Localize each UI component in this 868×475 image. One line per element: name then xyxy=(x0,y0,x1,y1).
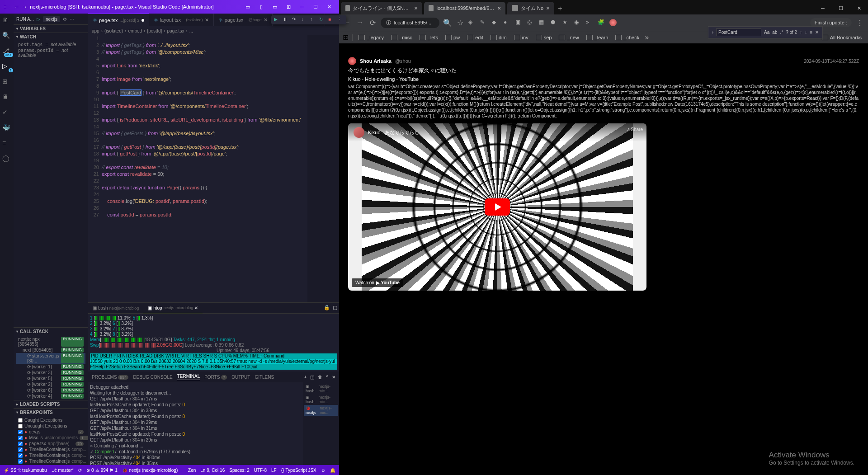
tab-close-icon[interactable]: ✕ xyxy=(497,6,501,11)
finish-update-button[interactable]: Finish update : xyxy=(810,18,852,27)
callstack-row[interactable]: ⟳ [worker 3]RUNNING xyxy=(16,370,85,376)
bp-checkbox[interactable] xyxy=(18,430,23,434)
breakpoints-section[interactable]: BREAKPOINTS xyxy=(14,409,88,416)
panel-tab[interactable]: PROBLEMS 994 xyxy=(92,375,128,380)
breadcrumb[interactable]: app › (isolated) › embed › [postId] › pa… xyxy=(88,26,339,35)
tab-close-icon[interactable]: ✕ xyxy=(414,6,418,11)
scm-icon[interactable]: ⎇3K+ xyxy=(2,47,11,56)
term-new-icon[interactable]: + xyxy=(304,375,307,380)
ext-icon-4[interactable]: ● xyxy=(504,19,511,26)
play-button[interactable] xyxy=(485,198,510,216)
terminal-list-item[interactable]: ▣ bash nextjs-mic... xyxy=(304,383,338,394)
panel-icon[interactable]: ▯ xyxy=(255,2,268,11)
profile-avatar[interactable] xyxy=(609,19,617,26)
extensions-icon[interactable]: ⊞ xyxy=(2,78,11,87)
breadcrumb-item[interactable]: [postId] xyxy=(147,28,162,33)
breakpoint-builtin[interactable]: Caught Exceptions xyxy=(16,417,85,423)
zen-mode[interactable]: Zen xyxy=(188,468,196,473)
docker-icon[interactable]: 🐳 xyxy=(2,124,11,133)
channel-avatar[interactable] xyxy=(354,127,364,138)
nav-fwd-icon[interactable]: → xyxy=(22,4,27,9)
breadcrumb-item[interactable]: page.tsx xyxy=(167,28,184,33)
bookmark-folder[interactable]: _misc xyxy=(388,34,415,41)
bp-checkbox[interactable] xyxy=(18,459,23,464)
callstack-row[interactable]: ⟳ [worker 6]RUNNING xyxy=(16,387,85,393)
debug-toolbar[interactable]: ▶ ⏸ ↷ ↓ ↑ ↻ ■ ⋮ xyxy=(271,15,346,24)
bp-checkbox[interactable] xyxy=(18,453,23,458)
db-icon[interactable]: ≡ xyxy=(2,139,11,148)
bell-icon[interactable]: 🔔 xyxy=(330,468,335,473)
bp-checkbox[interactable] xyxy=(18,436,23,440)
breadcrumb-item[interactable]: embed xyxy=(128,28,142,33)
author-name[interactable]: Shou Arisaka xyxy=(360,58,392,64)
bookmarks-overflow-icon[interactable]: » xyxy=(645,33,649,42)
bookmark-folder[interactable]: _legacy xyxy=(356,34,387,41)
term-split-icon[interactable]: ◫ xyxy=(310,375,314,380)
terminal-tab[interactable]: ▣htop nextjs-microblog ✕ xyxy=(143,303,203,313)
term-max-icon[interactable]: ^ xyxy=(326,375,328,380)
debug-stop-icon[interactable]: ■ xyxy=(328,17,335,23)
debug-more-icon[interactable]: ⋮ xyxy=(337,17,344,23)
debug-config-select[interactable]: nextjs xyxy=(43,16,60,22)
bp-checkbox[interactable] xyxy=(18,442,23,446)
breakpoint-row[interactable]: ●page.tsx app/(base)70 xyxy=(16,441,85,447)
close-button[interactable]: ✕ xyxy=(323,2,335,11)
bookmark-folder[interactable]: edit xyxy=(464,34,486,41)
breakpoint-builtin[interactable]: Uncaught Exceptions xyxy=(16,423,85,429)
youtube-embed[interactable]: Kikuo - あなぐらぐらし ↗ Share Watch on ▶ YouTu… xyxy=(348,123,646,291)
debug-continue-icon[interactable]: ▶ xyxy=(274,17,280,23)
bookmark-folder[interactable]: _new xyxy=(556,34,581,41)
eol[interactable]: LF xyxy=(271,468,277,473)
layout2-icon[interactable]: ▭ xyxy=(269,2,281,11)
site-info-icon[interactable]: ⓘ xyxy=(386,19,391,26)
terminal-output[interactable]: Debugger attached.Waiting for the debugg… xyxy=(88,382,303,465)
panel-tab[interactable]: TERMINAL xyxy=(177,374,200,380)
browser-tab[interactable]: localhost:5995/embed/66e450...✕ xyxy=(424,2,505,14)
debug-stepout-icon[interactable]: ↑ xyxy=(310,17,316,23)
bookmark-folder[interactable]: _learn xyxy=(584,34,611,41)
breakpoint-row[interactable]: ●TimelineContainer.js comp...137 xyxy=(16,452,85,458)
minimize-button[interactable]: ─ xyxy=(296,2,308,11)
remote-icon[interactable]: 🖥 xyxy=(2,93,11,102)
ext-icon-5[interactable]: ▣ xyxy=(515,19,523,26)
share-icon[interactable]: ↗ Share xyxy=(626,127,643,132)
language-mode[interactable]: {} TypeScript JSX xyxy=(281,468,316,473)
callstack-section[interactable]: CALL STACK xyxy=(14,328,88,335)
author-avatar[interactable] xyxy=(348,57,356,65)
callstack-row[interactable]: ⟳ [worker 4]RUNNING xyxy=(16,393,85,399)
callstack-row[interactable]: ⟳ [worker 5]RUNNING xyxy=(16,376,85,381)
debug-icon[interactable]: ▷1 xyxy=(2,62,11,71)
remote-indicator[interactable]: ⚡ SSH: tsukumoubu xyxy=(4,468,47,473)
bookmark-folder[interactable]: dim xyxy=(488,34,509,41)
forward-button[interactable]: → xyxy=(355,19,364,27)
sync-icon[interactable]: ⟳ xyxy=(78,468,82,473)
titlebar[interactable]: ≡ ← → nextjs-microblog [SSH: tsukumoubu]… xyxy=(0,0,339,14)
address-bar[interactable]: ⓘ localhost:5995/... xyxy=(381,18,439,28)
search-icon[interactable]: 🔍 xyxy=(2,32,11,41)
nav-back-icon[interactable]: ← xyxy=(14,4,19,9)
ext-icon-7[interactable]: ▦ xyxy=(539,19,546,26)
callstack-row[interactable]: ⟳ [worker 2]RUNNING xyxy=(16,381,85,387)
watch-on-youtube[interactable]: Watch on ▶ YouTube xyxy=(352,278,403,287)
code-editor[interactable]: 1234567891011121314151617181920212223242… xyxy=(88,35,339,302)
debug-pause-icon[interactable]: ⏸ xyxy=(283,17,289,23)
customize-icon[interactable]: ⊞ xyxy=(282,2,295,11)
term-max-icon[interactable]: ▢ xyxy=(333,305,337,311)
breakpoint-row[interactable]: ●Misc.js \rsc\components1... xyxy=(16,435,85,441)
encoding[interactable]: UTF-8 xyxy=(254,468,267,473)
bp-checkbox[interactable] xyxy=(18,424,23,428)
git-branch[interactable]: ⎇ master* xyxy=(52,468,74,473)
editor-tab[interactable]: ⚛layout.tsx...(isolated)✕ xyxy=(149,14,214,26)
start-debug-icon[interactable]: ▷ xyxy=(37,17,40,22)
ext-icon-9[interactable]: ★ xyxy=(562,19,570,26)
new-tab-button[interactable]: + xyxy=(554,3,566,14)
video-title[interactable]: Kikuo - あなぐらぐらし xyxy=(368,129,420,136)
bookmark-folder[interactable]: _check xyxy=(613,34,642,41)
watch-item[interactable]: params.postId = not available xyxy=(16,47,85,58)
chrome-close[interactable]: ✕ xyxy=(850,2,868,14)
editor-tab[interactable]: ⚛page.tsx...@hoge✕ xyxy=(214,14,273,26)
loaded-scripts-section[interactable]: LOADED SCRIPTS xyxy=(14,400,88,408)
gear-icon[interactable]: ⚙ xyxy=(63,17,67,22)
layout-icon[interactable]: ▭ xyxy=(241,2,254,11)
bookmark-star-icon[interactable]: ☆ xyxy=(456,19,465,27)
